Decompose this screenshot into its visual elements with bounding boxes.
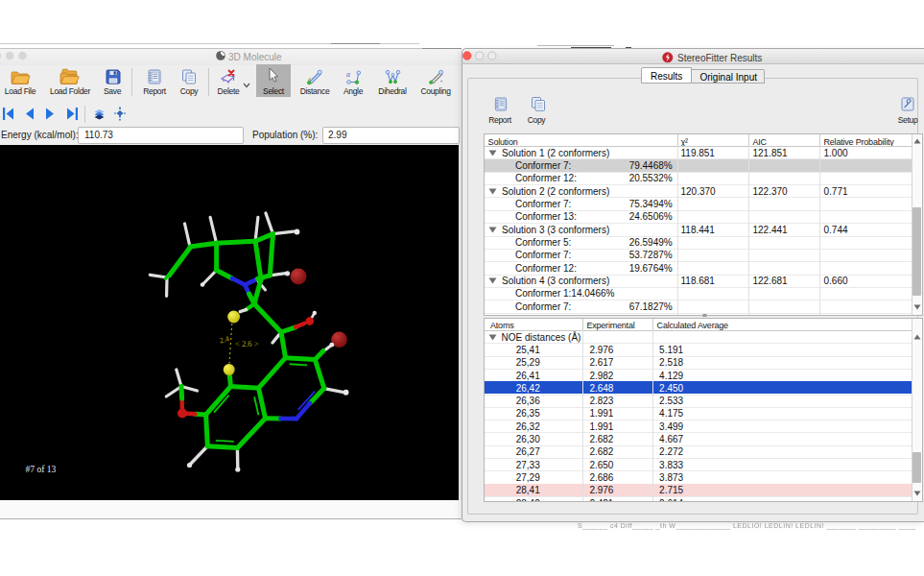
svg-text:2.4: 2.4 <box>219 334 230 345</box>
svg-text:a: a <box>346 69 350 78</box>
svg-text:#7 of 13: #7 of 13 <box>26 465 57 474</box>
svg-text:< 2.6 >: < 2.6 > <box>235 339 259 348</box>
